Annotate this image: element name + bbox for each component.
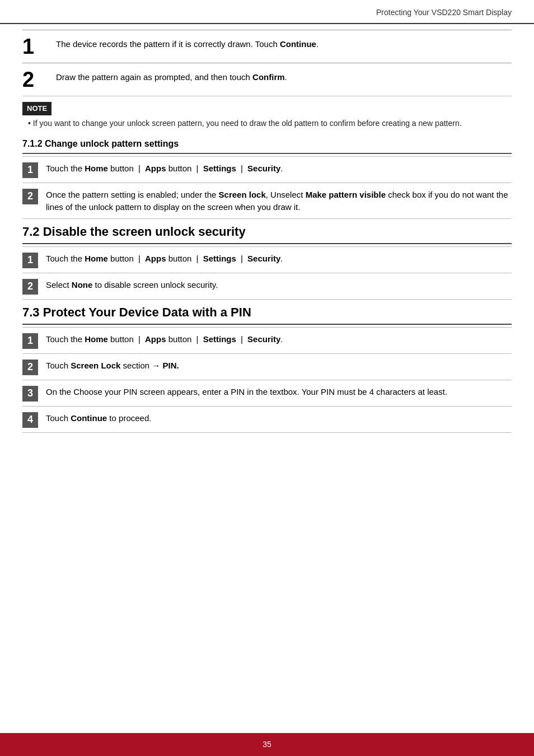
page-footer: 35: [0, 733, 534, 756]
step-text: Touch the Home button | Apps button | Se…: [46, 161, 512, 175]
section-72-step-2: 2 Select None to disable screen unlock s…: [22, 273, 512, 300]
step-badge: 3: [22, 386, 38, 402]
section-73-step-1: 1 Touch the Home button | Apps button | …: [22, 327, 512, 353]
section-712-step-1: 1 Touch the Home button | Apps button | …: [22, 156, 512, 183]
step-text: Draw the pattern again as prompted, and …: [56, 69, 512, 84]
section-73-step-4: 4 Touch Continue to proceed.: [22, 406, 512, 433]
section-73-heading: 7.3 Protect Your Device Data with a PIN: [22, 303, 512, 325]
main-content: 1 The device records the pattern if it i…: [0, 24, 534, 733]
step-text: Touch Screen Lock section → PIN.: [46, 358, 512, 372]
step-badge: 1: [22, 253, 38, 268]
step-text: The device records the pattern if it is …: [56, 36, 512, 51]
step-badge: 1: [22, 333, 38, 349]
header-title: Protecting Your VSD220 Smart Display: [376, 8, 512, 17]
step-number: 1: [22, 36, 49, 57]
step-badge: 1: [22, 162, 38, 178]
step-text: Select None to disable screen unlock sec…: [46, 278, 512, 292]
step-badge: 2: [22, 279, 38, 295]
note-box: NOTE • If you want to change your unlock…: [22, 102, 512, 129]
step-text: Once the pattern setting is enabled; und…: [46, 188, 512, 214]
step-text: Touch Continue to proceed.: [46, 411, 512, 425]
note-label: NOTE: [22, 102, 51, 115]
section-73-step-3: 3 On the Choose your PIN screen appears,…: [22, 380, 512, 406]
section-712-step-2: 2 Once the pattern setting is enabled; u…: [22, 183, 512, 219]
section-72-heading: 7.2 Disable the screen unlock security: [22, 222, 512, 244]
section-72-step-1: 1 Touch the Home button | Apps button | …: [22, 246, 512, 273]
page: Protecting Your VSD220 Smart Display 1 T…: [0, 0, 534, 756]
intro-step-2: 2 Draw the pattern again as prompted, an…: [22, 63, 512, 96]
section-712-heading: 7.1.2 Change unlock pattern settings: [22, 137, 512, 154]
step-badge: 2: [22, 360, 38, 375]
section-73-step-2: 2 Touch Screen Lock section → PIN.: [22, 353, 512, 380]
note-text: • If you want to change your unlock scre…: [22, 118, 512, 129]
page-header: Protecting Your VSD220 Smart Display: [0, 0, 534, 24]
step-text: Touch the Home button | Apps button | Se…: [46, 251, 512, 265]
page-number: 35: [263, 740, 271, 749]
step-badge: 2: [22, 189, 38, 204]
intro-step-1: 1 The device records the pattern if it i…: [22, 30, 512, 63]
step-text: Touch the Home button | Apps button | Se…: [46, 332, 512, 346]
step-badge: 4: [22, 412, 38, 428]
step-number: 2: [22, 69, 49, 90]
step-text: On the Choose your PIN screen appears, e…: [46, 385, 512, 399]
